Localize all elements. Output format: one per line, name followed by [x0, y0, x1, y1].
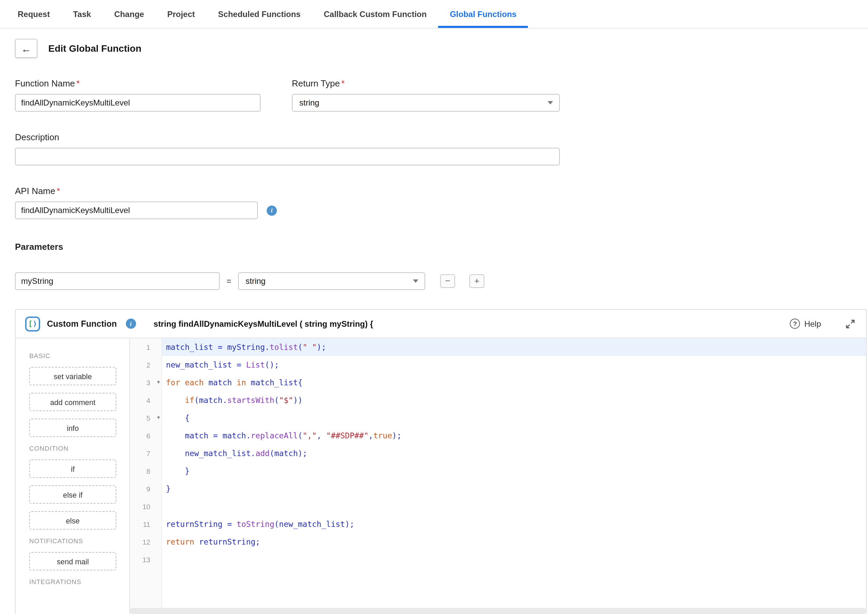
code-line[interactable]: return returnString; — [162, 533, 866, 551]
snippet-else[interactable]: else — [29, 511, 116, 530]
sidebar-section-title: NOTIFICATIONS — [29, 537, 129, 544]
custom-function-icon: [) — [25, 316, 40, 331]
tab-project[interactable]: Project — [156, 0, 206, 28]
code-line[interactable]: } — [162, 462, 866, 480]
edit-function-form: Function Name* Return Type* string Descr… — [15, 78, 868, 290]
code-line[interactable] — [162, 497, 866, 515]
sidebar-section-title: BASIC — [29, 352, 129, 359]
line-number: 9 — [130, 480, 161, 497]
tab-request[interactable]: Request — [6, 0, 62, 28]
line-number-gutter: 123▾45▾678910111213 — [130, 338, 162, 614]
parameters-heading: Parameters — [15, 242, 868, 252]
return-type-label: Return Type* — [292, 78, 560, 89]
chevron-down-icon — [413, 280, 418, 283]
description-label: Description — [15, 132, 868, 142]
line-number: 12 — [130, 533, 161, 551]
chevron-down-icon — [547, 101, 553, 104]
tab-change[interactable]: Change — [103, 0, 156, 28]
line-number: 8 — [130, 462, 161, 480]
parameter-name-input[interactable] — [15, 272, 220, 290]
info-icon[interactable]: i — [267, 205, 277, 215]
help-icon[interactable]: ? — [790, 319, 800, 329]
code-line[interactable]: new_match_list = List(); — [162, 356, 866, 374]
remove-parameter-button[interactable]: − — [440, 274, 455, 288]
snippet-send-mail[interactable]: send mail — [29, 552, 116, 570]
required-asterisk: * — [57, 186, 60, 196]
info-icon[interactable]: i — [126, 319, 136, 329]
back-arrow-icon: ← — [21, 42, 31, 54]
return-type-value: string — [299, 98, 319, 107]
code-line[interactable]: match = match.replaceAll(",", "##SDP##",… — [162, 427, 866, 445]
sidebar-section-title: INTEGRATIONS — [29, 578, 129, 585]
return-type-select[interactable]: string — [292, 94, 560, 112]
fold-arrow-icon[interactable]: ▾ — [157, 409, 160, 427]
code-line[interactable]: match_list = myString.tolist(" "); — [162, 338, 866, 356]
line-number: 6 — [130, 427, 161, 445]
parameter-type-value: string — [246, 277, 266, 286]
code-line[interactable]: { — [162, 409, 866, 427]
line-number: 13 — [130, 551, 161, 568]
line-number: 2 — [130, 356, 161, 374]
fold-arrow-icon[interactable]: ▾ — [157, 374, 160, 392]
tab-callback-custom-function[interactable]: Callback Custom Function — [312, 0, 439, 28]
snippet-add-comment[interactable]: add comment — [29, 393, 116, 411]
expand-icon[interactable] — [846, 319, 855, 328]
code-line[interactable] — [162, 551, 866, 568]
description-input[interactable] — [15, 148, 560, 165]
parameter-row: = string − + — [15, 272, 868, 290]
editor-body: BASICset variableadd commentinfoCONDITIO… — [16, 338, 866, 614]
required-asterisk: * — [76, 78, 80, 89]
custom-function-panel: [) Custom Function i string findAllDynam… — [15, 309, 866, 614]
add-parameter-button[interactable]: + — [470, 274, 484, 288]
equals-sign: = — [226, 277, 231, 286]
api-name-label: API Name* — [15, 186, 868, 196]
line-number: 10 — [130, 497, 161, 515]
code-line[interactable]: returnString = toString(new_match_list); — [162, 515, 866, 533]
snippet-set-variable[interactable]: set variable — [29, 367, 116, 385]
line-number: 3▾ — [130, 374, 161, 392]
code-line[interactable]: } — [162, 480, 866, 497]
snippet-info[interactable]: info — [29, 419, 116, 437]
code-editor[interactable]: match_list = myString.tolist(" ");new_ma… — [162, 338, 866, 614]
parameter-type-select[interactable]: string — [238, 272, 425, 290]
line-number: 7 — [130, 445, 161, 462]
help-label[interactable]: Help — [804, 319, 821, 328]
required-asterisk: * — [341, 78, 344, 89]
title-row: ← Edit Global Function — [15, 39, 868, 58]
code-line[interactable]: for each match in match_list{ — [162, 374, 866, 392]
function-signature: string findAllDynamicKeysMultiLevel ( st… — [154, 319, 373, 328]
tab-bar: RequestTaskChangeProjectScheduled Functi… — [0, 0, 868, 29]
function-name-input[interactable] — [15, 94, 260, 112]
function-name-label: Function Name* — [15, 78, 292, 89]
custom-function-title: Custom Function — [47, 319, 117, 328]
code-line[interactable]: new_match_list.add(match); — [162, 445, 866, 462]
tab-task[interactable]: Task — [62, 0, 103, 28]
back-button[interactable]: ← — [15, 39, 37, 58]
tab-global-functions[interactable]: Global Functions — [438, 0, 528, 28]
line-number: 1 — [130, 338, 161, 356]
snippet-sidebar: BASICset variableadd commentinfoCONDITIO… — [16, 338, 130, 614]
horizontal-scrollbar[interactable] — [130, 608, 866, 614]
api-name-input[interactable] — [15, 202, 258, 219]
sidebar-section-title: CONDITION — [29, 445, 129, 452]
custom-function-header: [) Custom Function i string findAllDynam… — [16, 310, 866, 338]
line-number: 11 — [130, 515, 161, 533]
snippet-else-if[interactable]: else if — [29, 485, 116, 504]
line-number: 4 — [130, 392, 161, 409]
tab-scheduled-functions[interactable]: Scheduled Functions — [206, 0, 312, 28]
snippet-if[interactable]: if — [29, 460, 116, 478]
page: RequestTaskChangeProjectScheduled Functi… — [0, 0, 868, 614]
code-line[interactable]: if(match.startsWith("$")) — [162, 392, 866, 409]
page-title: Edit Global Function — [48, 43, 141, 54]
line-number: 5▾ — [130, 409, 161, 427]
